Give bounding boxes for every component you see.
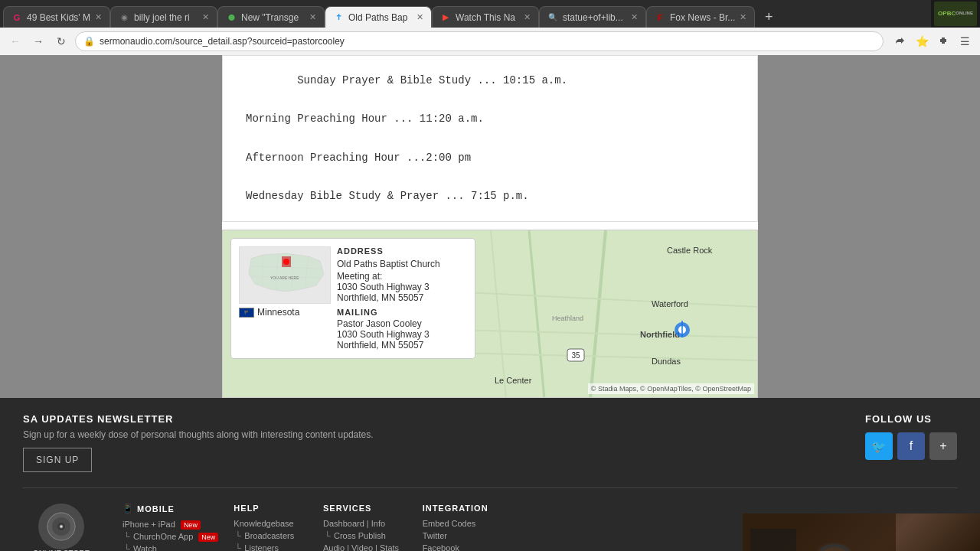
video-widget: SA Broadcast With Us xyxy=(743,514,980,551)
tab-2-title: billy joel the ri xyxy=(134,12,198,23)
sign-up-button[interactable]: SIGN UP xyxy=(23,448,92,472)
tab-6[interactable]: 🔍 statue+of+lib... ✕ xyxy=(539,6,646,28)
tab-7[interactable]: F Fox News - Br... ✕ xyxy=(646,6,755,28)
tab-6-title: statue+of+lib... xyxy=(563,12,626,23)
schedule-text: Sunday Prayer & Bible Study ... 10:15 a.… xyxy=(246,71,734,206)
tab-4-title: Old Paths Bap xyxy=(348,12,412,23)
tab-4-close[interactable]: ✕ xyxy=(416,12,423,22)
online-store-col: ONLINE STORE xyxy=(33,504,90,551)
video-person: SA xyxy=(743,514,980,551)
tab-4[interactable]: ✝ Old Paths Bap ✕ xyxy=(325,6,432,28)
schedule-line-2: Morning Preaching Hour ... 11:20 a.m. xyxy=(246,112,484,125)
svg-text:YOU ARE HERE: YOU ARE HERE xyxy=(270,276,299,280)
tab-2-favicon: ◉ xyxy=(119,12,129,23)
address-bar-row: ← → ↻ 🔒 sermonaudio.com/source_detail.as… xyxy=(0,28,980,55)
tab-6-close[interactable]: ✕ xyxy=(631,12,638,22)
svg-point-29 xyxy=(60,525,63,528)
bookmark-icon[interactable]: ⭐ xyxy=(913,32,931,51)
schedule-line-1: Sunday Prayer & Bible Study ... 10:15 a.… xyxy=(297,74,567,86)
svg-text:Waterford: Waterford xyxy=(652,299,688,308)
other-social-icon[interactable]: + xyxy=(929,432,957,460)
help-title: HELP xyxy=(234,504,308,513)
mailing-street: 1030 South Highway 3 xyxy=(337,329,467,340)
churchone-ios-badge: New xyxy=(198,533,218,542)
schedule-line-4: Wednesday Bible Study & Prayer ... 7:15 … xyxy=(246,190,529,202)
store-logo-svg xyxy=(46,511,77,542)
us-map-mini: YOU ARE HERE xyxy=(239,246,331,318)
url-text: sermonaudio.com/source_detail.asp?source… xyxy=(100,36,875,47)
tab-2-close[interactable]: ✕ xyxy=(202,12,209,22)
churchone-ios-item[interactable]: ChurchOne App New xyxy=(122,532,218,541)
forward-button[interactable]: → xyxy=(29,32,47,51)
svg-line-1 xyxy=(491,230,506,398)
services-list: Dashboard | Info Cross Publish Audio | V… xyxy=(323,519,407,551)
tab-3-title: New "Transge xyxy=(241,12,305,23)
integration-title: INTEGRATION xyxy=(423,504,496,513)
mailing-city: Northfield, MN 55057 xyxy=(337,340,467,350)
follow-us: FOLLOW US 🐦 f + xyxy=(865,413,957,460)
facebook-item[interactable]: Facebook xyxy=(423,543,496,551)
twitter-item[interactable]: Twitter xyxy=(423,531,496,540)
svg-text:Northfield: Northfield xyxy=(640,330,680,339)
tab-1-close[interactable]: ✕ xyxy=(95,12,102,22)
svg-rect-35 xyxy=(750,529,796,551)
main-content: Sunday Prayer & Bible Study ... 10:15 a.… xyxy=(0,55,980,398)
tab-1[interactable]: G 49 Best Kids' M ✕ xyxy=(3,6,110,28)
video-preview: SA xyxy=(743,514,980,551)
mailing-name: Pastor Jason Cooley xyxy=(337,318,467,329)
svg-text:Dundas: Dundas xyxy=(652,357,681,366)
svg-text:Castle Rock: Castle Rock xyxy=(667,246,713,255)
footer-newsletter-row: SA UPDATES NEWSLETTER Sign up for a week… xyxy=(23,413,957,488)
mobile-list: iPhone + iPad New ChurchOne App New Watc… xyxy=(122,520,218,551)
help-col: HELP Knowledgebase Broadcasters Listener… xyxy=(234,504,308,551)
tab-5-close[interactable]: ✕ xyxy=(524,12,531,22)
meeting-at: Meeting at: xyxy=(337,271,467,282)
address-bar[interactable]: 🔒 sermonaudio.com/source_detail.asp?sour… xyxy=(75,31,884,51)
tab-3-close[interactable]: ✕ xyxy=(309,12,316,22)
tab-4-favicon: ✝ xyxy=(333,12,344,23)
svg-line-2 xyxy=(590,230,606,398)
back-button[interactable]: ← xyxy=(6,32,24,51)
church-name: Old Paths Baptist Church xyxy=(337,257,467,271)
integration-col: INTEGRATION Embed Codes Twitter Facebook… xyxy=(423,504,496,551)
extensions-icon[interactable] xyxy=(934,32,952,51)
twitter-icon[interactable]: 🐦 xyxy=(865,432,893,460)
new-tab-button[interactable]: + xyxy=(758,6,779,28)
cross-publish-item[interactable]: Cross Publish xyxy=(323,531,407,540)
tab-5[interactable]: ▶ Watch This Na ✕ xyxy=(432,6,539,28)
map-info-overlay: YOU ARE HERE xyxy=(230,238,475,359)
share-icon[interactable] xyxy=(891,32,910,51)
map-address-info: ADDRESS Old Paths Baptist Church Meeting… xyxy=(337,246,467,350)
watch-item[interactable]: Watch xyxy=(122,544,218,551)
schedule-box: Sunday Prayer & Bible Study ... 10:15 a.… xyxy=(222,55,758,222)
tab-2[interactable]: ◉ billy joel the ri ✕ xyxy=(110,6,217,28)
tab-1-title: 49 Best Kids' M xyxy=(27,12,90,23)
embed-codes-item[interactable]: Embed Codes xyxy=(423,519,496,528)
newsletter-left: SA UPDATES NEWSLETTER Sign up for a week… xyxy=(23,413,374,472)
svg-line-5 xyxy=(452,353,758,360)
tab-3-favicon: ⬤ xyxy=(226,12,237,23)
listeners-item[interactable]: Listeners xyxy=(234,543,308,551)
page-content: Sunday Prayer & Bible Study ... 10:15 a.… xyxy=(0,55,980,551)
address-city: Northfield, MN 55057 xyxy=(337,292,467,303)
iphone-ipad-item[interactable]: iPhone + iPad New xyxy=(122,520,218,529)
tab-6-favicon: 🔍 xyxy=(547,12,558,23)
tab-1-favicon: G xyxy=(11,12,22,23)
video-silhouette: SA xyxy=(743,514,896,551)
center-panel: Sunday Prayer & Bible Study ... 10:15 a.… xyxy=(222,55,758,398)
tab-7-title: Fox News - Br... xyxy=(670,12,735,23)
knowledgebase-item[interactable]: Knowledgebase xyxy=(234,519,308,528)
tab-7-favicon: F xyxy=(655,12,665,23)
menu-icon[interactable]: ☰ xyxy=(956,32,974,51)
audio-video-item[interactable]: Audio | Video | Stats xyxy=(323,543,407,551)
tab-7-close[interactable]: ✕ xyxy=(740,12,746,22)
tab-3[interactable]: ⬤ New "Transge ✕ xyxy=(217,6,325,28)
minnesota-flag: 🏴 xyxy=(239,308,254,318)
facebook-icon[interactable]: f xyxy=(897,432,925,460)
dashboard-info-item[interactable]: Dashboard | Info xyxy=(323,519,407,528)
refresh-button[interactable]: ↻ xyxy=(52,32,70,51)
broadcasters-item[interactable]: Broadcasters xyxy=(234,531,308,540)
map-section: 35 Castle Rock Waterford Northfield Dund… xyxy=(222,230,758,398)
svg-text:35: 35 xyxy=(571,351,580,360)
svg-text:Le Center: Le Center xyxy=(495,376,532,385)
